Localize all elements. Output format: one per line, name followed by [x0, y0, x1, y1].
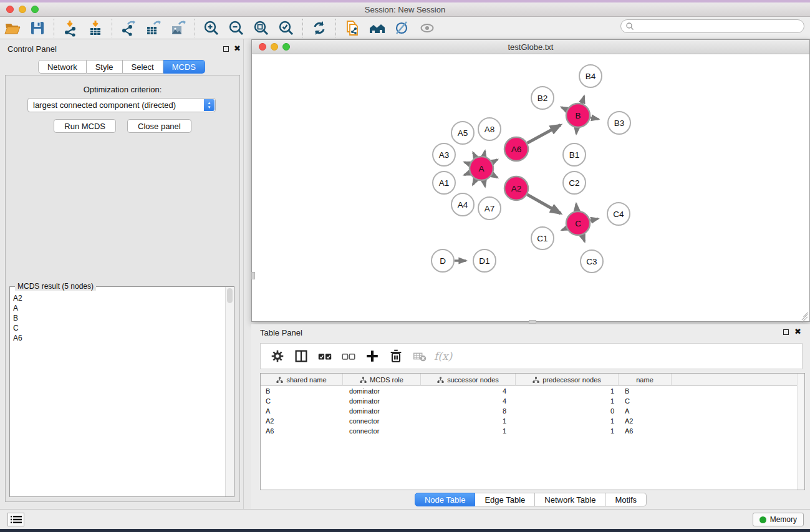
hide-graphics-details-button[interactable] [390, 18, 415, 38]
table-cell[interactable]: 1 [421, 416, 516, 426]
graph-edge-C-C4[interactable] [590, 219, 598, 221]
graph-edge-A-A8[interactable] [484, 151, 485, 156]
table-row[interactable]: Bdominator41B [261, 386, 804, 396]
graph-edge-A-A4[interactable] [473, 180, 475, 185]
node-table[interactable]: shared nameMCDS rolesuccessor nodesprede… [260, 373, 805, 490]
table-cell[interactable]: 1 [516, 386, 619, 396]
graph-edge-C-C2[interactable] [576, 204, 577, 211]
graph-node-C3[interactable]: C3 [581, 250, 603, 273]
tab-network[interactable]: Network [38, 60, 87, 74]
graph-node-B1[interactable]: B1 [563, 143, 586, 166]
graph-node-B[interactable]: B [566, 104, 590, 127]
table-row[interactable]: Adominator80A [261, 406, 804, 416]
first-neighbors-button[interactable] [365, 18, 390, 38]
graph-node-A8[interactable]: A8 [478, 118, 501, 140]
column-header-name[interactable]: name [619, 374, 672, 386]
mcds-result-list[interactable]: A2ABCA6 [11, 293, 217, 343]
tab-style[interactable]: Style [87, 60, 123, 74]
graph-node-A7[interactable]: A7 [478, 197, 501, 220]
table-cell[interactable]: 1 [516, 426, 619, 436]
graph-edge-B-B4[interactable] [582, 96, 584, 104]
table-cell[interactable]: connector [343, 416, 421, 426]
result-item[interactable]: A [11, 303, 217, 313]
graph-node-C4[interactable]: C4 [607, 203, 630, 225]
graph-edge-A2-C[interactable] [527, 195, 561, 213]
zoom-window-button[interactable] [31, 6, 39, 13]
show-columns-button[interactable] [289, 345, 313, 367]
close-window-button[interactable] [6, 6, 14, 13]
column-header-shared-name[interactable]: shared name [261, 374, 343, 386]
graph-edge-B-B2[interactable] [561, 107, 567, 110]
network-graph[interactable]: AA1A2A3A4A5A6A7A8BB1B2B3B4CC1C2C3C4DD1 [252, 54, 809, 321]
export-image-button[interactable] [166, 18, 191, 38]
graph-node-B3[interactable]: B3 [608, 112, 630, 134]
table-cell[interactable]: 4 [421, 396, 516, 406]
tab-edge-table[interactable]: Edge Table [475, 493, 535, 506]
table-cell[interactable]: A [261, 406, 343, 416]
table-cell[interactable]: 8 [421, 406, 516, 416]
graph-node-C1[interactable]: C1 [531, 227, 554, 249]
graph-node-C2[interactable]: C2 [563, 172, 586, 194]
network-canvas[interactable]: AA1A2A3A4A5A6A7A8BB1B2B3B4CC1C2C3C4DD1 [252, 54, 809, 321]
table-cell[interactable]: A [619, 406, 672, 416]
graph-edge-A-A6[interactable] [492, 160, 497, 163]
select-all-checkboxes-button[interactable] [313, 345, 337, 367]
table-cell[interactable]: 0 [516, 406, 619, 416]
tab-mcds[interactable]: MCDS [163, 60, 205, 74]
table-options-button[interactable] [266, 345, 289, 367]
graph-edge-A6-B[interactable] [528, 125, 561, 143]
refresh-layout-button[interactable] [307, 18, 332, 38]
save-session-button[interactable] [25, 18, 50, 38]
zoom-fit-button[interactable] [249, 18, 274, 38]
graph-edge-A-A3[interactable] [465, 162, 470, 164]
memory-button[interactable]: Memory [753, 513, 804, 526]
graph-node-A3[interactable]: A3 [433, 143, 455, 166]
clone-network-button[interactable] [340, 18, 365, 38]
result-item[interactable]: B [11, 313, 217, 323]
zoom-network-button[interactable] [282, 43, 290, 51]
table-cell[interactable]: A2 [619, 416, 672, 426]
export-network-button[interactable] [116, 18, 141, 38]
unselect-all-checkboxes-button[interactable] [337, 345, 360, 367]
table-cell[interactable]: dominator [343, 386, 421, 396]
table-cell[interactable]: B [261, 386, 343, 396]
graph-edge-A-A2[interactable] [492, 175, 498, 178]
graph-edge-A-A5[interactable] [473, 153, 476, 158]
function-builder-button[interactable]: f(x) [432, 345, 455, 367]
task-history-button[interactable] [7, 513, 24, 526]
tab-select[interactable]: Select [123, 60, 163, 74]
graph-node-A1[interactable]: A1 [433, 172, 455, 194]
table-cell[interactable]: C [619, 396, 672, 406]
result-item[interactable]: A6 [11, 333, 217, 343]
tab-node-table[interactable]: Node Table [415, 493, 476, 506]
import-network-button[interactable] [58, 18, 83, 38]
table-body[interactable]: Bdominator41BCdominator41CAdominator80AA… [261, 386, 804, 436]
zoom-in-button[interactable] [199, 18, 224, 38]
close-network-button[interactable] [259, 43, 266, 51]
float-table-panel-icon[interactable] [783, 329, 789, 335]
graph-edge-B-B3[interactable] [591, 118, 599, 119]
graph-edge-A-A7[interactable] [484, 181, 485, 186]
result-scrollbar[interactable] [225, 287, 234, 496]
graph-node-C[interactable]: C [566, 211, 590, 235]
table-cell[interactable]: B [619, 386, 672, 396]
criterion-dropdown[interactable]: largest connected component (directed) ▲… [27, 98, 216, 112]
graph-node-A[interactable]: A [470, 157, 493, 180]
show-hide-panel-button[interactable] [415, 18, 440, 38]
splitter-handle[interactable] [529, 320, 536, 324]
float-panel-icon[interactable] [223, 46, 229, 52]
run-mcds-button[interactable]: Run MCDS [54, 119, 116, 133]
table-cell[interactable]: A2 [261, 416, 343, 426]
splitter-handle[interactable] [251, 272, 255, 279]
table-row[interactable]: A2connector11A2 [261, 416, 804, 426]
delete-column-button[interactable] [384, 345, 408, 367]
graph-node-D1[interactable]: D1 [473, 249, 496, 272]
minimize-network-button[interactable] [271, 43, 278, 51]
close-panel-button[interactable]: Close panel [127, 119, 191, 133]
table-cell[interactable]: 1 [516, 416, 619, 426]
table-cell[interactable]: C [261, 396, 343, 406]
network-window-titlebar[interactable]: testGlobe.txt [252, 40, 809, 54]
table-row[interactable]: A6connector11A6 [261, 426, 804, 436]
graph-node-A2[interactable]: A2 [504, 177, 528, 200]
tab-motifs[interactable]: Motifs [605, 493, 647, 506]
